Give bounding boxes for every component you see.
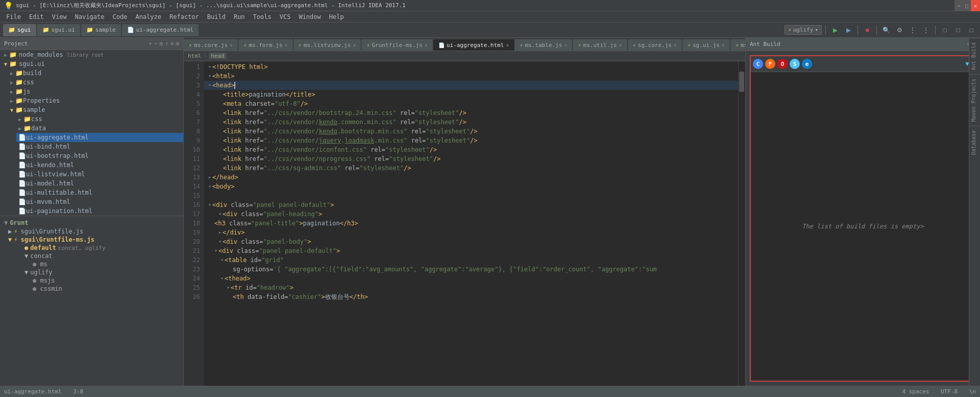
tree-ui-mvvm[interactable]: 📄 ui-mvvm.html <box>16 197 183 206</box>
tree-node-modules[interactable]: ▶ 📁 node_modules library root <box>0 50 183 59</box>
minus-icon[interactable]: ─ <box>154 40 158 47</box>
code-line-21[interactable]: ▾ <div class="panel panel-default"> <box>204 246 738 255</box>
tab-close5[interactable]: × <box>506 42 509 48</box>
menu-analyze[interactable]: Analyze <box>131 11 165 22</box>
fold-20[interactable]: ▾ <box>218 237 222 246</box>
breadcrumb-head[interactable]: head <box>209 53 227 59</box>
fold-25[interactable]: ▾ <box>227 283 230 292</box>
tree-sgui-ui[interactable]: ▼ 📁 sgui.ui <box>0 59 183 68</box>
tab-ms-listview[interactable]: ⚡ ms.listview.js × <box>293 39 362 51</box>
close-button[interactable]: ✕ <box>971 0 980 11</box>
menu-navigate[interactable]: Navigate <box>71 11 109 22</box>
menu-vcs[interactable]: VCS <box>276 11 295 22</box>
toolbar-extra3[interactable]: □ <box>966 25 977 36</box>
tree-ui-pagination[interactable]: 📄 ui-pagination.html <box>16 206 183 216</box>
fold-1[interactable]: ▾ <box>208 62 211 72</box>
tab-close4[interactable]: × <box>425 42 428 48</box>
code-line-7[interactable]: <link href="../css/vendor/kendo.common.m… <box>204 118 738 127</box>
code-line-17[interactable]: ▾ <div class="panel-heading"> <box>204 209 738 219</box>
menu-code[interactable]: Code <box>109 11 132 22</box>
code-line-3[interactable]: ▾ <head> <box>204 81 738 90</box>
tree-sample[interactable]: ▼ 📁 sample <box>8 105 183 114</box>
fold-13[interactable]: ▸ <box>208 173 211 182</box>
fold-2[interactable]: ▾ <box>208 72 211 81</box>
tab-ui-aggregate[interactable]: 📄 ui-aggregate.html × <box>433 39 515 51</box>
fold-22[interactable]: ▾ <box>220 255 224 265</box>
code-line-6[interactable]: <link href="../css/vendor/bootstrap.24.m… <box>204 108 738 118</box>
code-line-12[interactable]: <link href="../css/sg-admin.css" rel="st… <box>204 164 738 173</box>
code-content[interactable]: ▾ <!DOCTYPE html> ▾ <html> ▾ <head> <tit… <box>204 61 738 386</box>
tab-ms-util[interactable]: ⚡ ms.util.js × <box>573 39 627 51</box>
code-line-5[interactable]: <meta charset="utf-8"/> <box>204 99 738 108</box>
tree-ui-aggregate[interactable]: 📄 ui-aggregate.html <box>16 133 183 142</box>
toolbar-extra2[interactable]: □ <box>952 25 964 36</box>
safari-icon[interactable]: S <box>790 59 800 69</box>
grunt-header[interactable]: ▼ Grunt <box>0 218 183 227</box>
more-icon[interactable]: ⊞ <box>176 40 179 47</box>
tab-close7[interactable]: × <box>619 42 622 48</box>
toolbar-extra1[interactable]: □ <box>939 25 950 36</box>
grunt-concat-item[interactable]: ▼ concat <box>12 252 183 260</box>
menu-file[interactable]: File <box>2 11 25 22</box>
tab-close8[interactable]: × <box>674 42 677 48</box>
fold-16[interactable]: ▾ <box>208 200 211 209</box>
menu-help[interactable]: Help <box>325 11 348 22</box>
maximize-button[interactable]: □ <box>963 0 971 11</box>
menu-view[interactable]: View <box>48 11 71 22</box>
run-button[interactable]: ▶ <box>829 25 841 36</box>
project-tab-sgui-ui[interactable]: 📁 sgui.ui <box>37 24 80 36</box>
tree-ui-listview[interactable]: 📄 ui-listview.html <box>16 170 183 179</box>
tree-ui-model[interactable]: 📄 ui-model.html <box>16 179 183 188</box>
code-line-20[interactable]: ▾ <div class="panel-body"> <box>204 237 738 246</box>
add-icon[interactable]: + <box>149 40 152 47</box>
ie-icon[interactable]: e <box>802 59 812 69</box>
grunt-uglify-item[interactable]: ▼ uglify <box>12 268 183 276</box>
tab-sg-core[interactable]: ⚡ sg.core.js × <box>628 39 682 51</box>
toolbar-more1[interactable]: ⋮ <box>907 25 918 36</box>
grunt-concat-ms[interactable]: ● ms <box>20 260 183 268</box>
code-line-2[interactable]: ▾ <html> <box>204 72 738 81</box>
tree-sample-data[interactable]: ▶ 📁 data <box>16 124 183 133</box>
menu-run[interactable]: Run <box>230 11 249 22</box>
code-line-25[interactable]: ▾ <tr id="headrow"> <box>204 283 738 292</box>
tree-css[interactable]: ▶ 📁 css <box>8 78 183 87</box>
code-line-14[interactable]: ▾ <body> <box>204 182 738 191</box>
grunt-item-gruntfile[interactable]: ▶ ⚡ sgui\Gruntfile.js <box>0 227 183 236</box>
opera-icon[interactable]: O <box>777 59 788 69</box>
expand-icon[interactable]: ⊞ <box>160 40 163 47</box>
project-tab-sample[interactable]: 📁 sample <box>81 24 121 36</box>
tab-close6[interactable]: × <box>564 42 567 48</box>
code-line-4[interactable]: <title>pagination</title> <box>204 90 738 99</box>
tab-close3[interactable]: × <box>353 42 356 48</box>
fold-3[interactable]: ▾ <box>208 81 211 90</box>
stop-button[interactable]: ■ <box>862 25 873 36</box>
fold-24[interactable]: ▾ <box>220 274 224 283</box>
side-tab-maven[interactable]: Maven Projects <box>969 74 980 126</box>
code-editor[interactable]: 1 2 3 4 5 6 7 8 9 10 11 12 13 14 15 16 1… <box>184 61 745 386</box>
tree-ui-kendo[interactable]: 📄 ui-kendo.html <box>16 160 183 170</box>
menu-build[interactable]: Build <box>203 11 230 22</box>
breadcrumb-html[interactable]: html <box>188 53 202 59</box>
tab-ms-core[interactable]: ⚡ ms.core.js × <box>184 39 238 51</box>
tree-sample-css[interactable]: ▶ 📁 css <box>16 114 183 124</box>
code-line-10[interactable]: <link href="../css/vendor/iconfont.css" … <box>204 145 738 154</box>
tab-ms-biz[interactable]: ⚡ ms.biz.js × <box>730 39 745 51</box>
code-line-8[interactable]: <link href="../css/vendor/kendo.bootstra… <box>204 127 738 136</box>
fold-17[interactable]: ▾ <box>218 209 222 219</box>
grunt-uglify-msjs[interactable]: ● msjs <box>20 276 183 285</box>
code-line-26[interactable]: <th data-field="cashier">收银台号</th> <box>204 292 738 301</box>
chrome-icon[interactable]: C <box>753 59 763 69</box>
grunt-default-item[interactable]: ● default concat, uglify <box>12 244 183 252</box>
gear-icon[interactable]: ⚙ <box>170 40 174 47</box>
code-line-23[interactable]: sg-options='{ "aggregate":[{"field":"avg… <box>204 265 738 274</box>
tab-ms-form[interactable]: ⚡ ms.form.js × <box>238 39 293 51</box>
menu-window[interactable]: Window <box>295 11 325 22</box>
menu-refactor[interactable]: Refactor <box>165 11 203 22</box>
code-line-15[interactable] <box>204 191 738 200</box>
tree-js[interactable]: ▶ 📁 js <box>8 87 183 96</box>
tree-ui-multitable[interactable]: 📄 ui-multitable.html <box>16 188 183 197</box>
scrollbar[interactable] <box>738 61 745 386</box>
code-line-11[interactable]: <link href="../css/vendor/nprogress.css"… <box>204 154 738 164</box>
side-tab-database[interactable]: Database <box>969 126 980 159</box>
code-line-1[interactable]: ▾ <!DOCTYPE html> <box>204 62 738 72</box>
